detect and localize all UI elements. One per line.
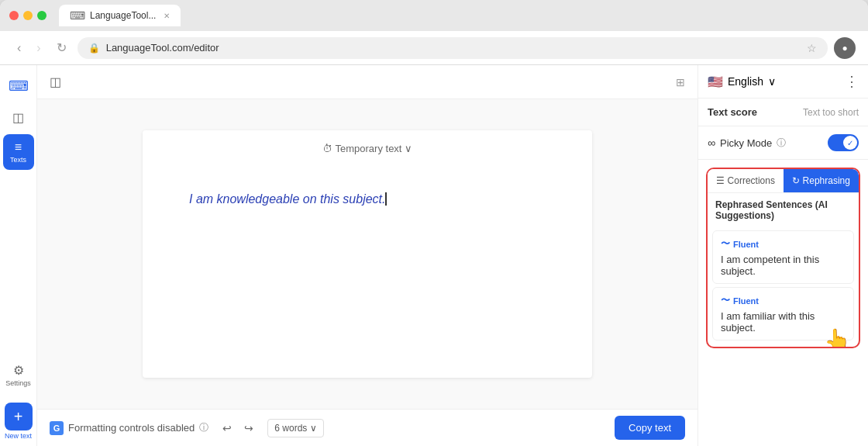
browser-window: ⌨ LanguageTool... ✕ ‹ › ↻ 🔒 LanguageTool… xyxy=(0,0,868,446)
picky-info-icon[interactable]: ⓘ xyxy=(777,137,786,150)
left-sidebar: ⌨ ◫ ≡ Texts ⚙ Settings + New text xyxy=(0,65,37,446)
active-tab[interactable]: ⌨ LanguageTool... ✕ xyxy=(59,5,181,26)
sidebar-item-settings[interactable]: ⚙ Settings xyxy=(3,357,34,393)
g-label: G xyxy=(53,424,60,433)
lt-logo: ⌨ xyxy=(2,71,35,101)
text-cursor xyxy=(385,192,387,206)
sidebar-toggle-button[interactable]: ◫ xyxy=(50,74,61,89)
tab-close-icon[interactable]: ✕ xyxy=(164,12,170,20)
fluent-wave-icon-1: 〜 xyxy=(721,237,730,251)
temp-text-button[interactable]: ⏱ Temporary text ∨ xyxy=(322,143,413,154)
settings-icon: ⚙ xyxy=(13,363,24,378)
language-selector[interactable]: 🇺🇸 English ∨ xyxy=(708,74,776,89)
title-bar: ⌨ LanguageTool... ✕ xyxy=(0,0,868,31)
back-button[interactable]: ‹ xyxy=(12,38,26,58)
rephrased-sentences-header: Rephrased Sentences (AI Suggestions) xyxy=(708,193,859,227)
new-text-label: New text xyxy=(5,432,32,440)
rephrasing-tabs: ☰ Corrections ↻ Rephrasing xyxy=(708,169,859,193)
editor-content[interactable]: I am knowledgeable on this subject. xyxy=(189,192,546,206)
flag-icon: 🇺🇸 xyxy=(708,74,723,89)
suggestion-text-1: I am competent in this subject. xyxy=(721,254,846,277)
minimize-button[interactable] xyxy=(23,11,33,20)
editor-toolbar: ◫ ⊞ xyxy=(37,65,698,99)
right-panel-spacer xyxy=(698,356,868,446)
grammarly-icon: G xyxy=(50,421,64,435)
expand-icon: ◫ xyxy=(12,110,24,125)
fluent-label-1: Fluent xyxy=(733,240,759,249)
address-bar[interactable]: 🔒 LanguageTool.com/editor ☆ xyxy=(78,37,828,59)
texts-icon: ≡ xyxy=(15,140,22,154)
cursor-hand-icon: 👆 xyxy=(824,327,851,348)
fluent-label-2: Fluent xyxy=(733,296,759,306)
language-label: English xyxy=(728,75,763,88)
editor-main: ⏱ Temporary text ∨ I am knowledgeable on… xyxy=(37,99,698,409)
sidebar-settings-label: Settings xyxy=(5,379,31,387)
rephrasing-label: Rephrasing xyxy=(803,175,850,186)
suggestion-tag-1: 〜 Fluent xyxy=(721,237,846,251)
chevron-down-icon: ∨ xyxy=(405,143,412,154)
word-count-chevron: ∨ xyxy=(310,423,317,434)
right-panel: 🇺🇸 English ∨ ⋮ Text score Text too short… xyxy=(698,65,868,446)
clock-icon: ⏱ xyxy=(322,143,332,154)
editor-document[interactable]: ⏱ Temporary text ∨ I am knowledgeable on… xyxy=(143,130,592,378)
formatting-disabled-label: Formatting controls disabled xyxy=(68,422,195,434)
rephrasing-panel: ☰ Corrections ↻ Rephrasing Rephrased Sen… xyxy=(706,168,860,348)
url-text: LanguageTool.com/editor xyxy=(106,42,801,54)
picky-mode-label-group: ∞ Picky Mode ⓘ xyxy=(708,137,786,150)
editor-text: I am knowledgeable on this subject. xyxy=(189,192,385,206)
word-count-select[interactable]: 6 words ∨ xyxy=(267,419,324,437)
tab-corrections[interactable]: ☰ Corrections xyxy=(708,169,784,192)
sidebar-item-texts[interactable]: ≡ Texts xyxy=(3,134,34,170)
temp-text-label: Temporary text xyxy=(336,143,402,154)
suggestion-tag-2: 〜 Fluent xyxy=(721,294,846,307)
tab-rephrasing[interactable]: ↻ Rephrasing xyxy=(784,169,859,192)
editor-bottom-bar: G Formatting controls disabled ⓘ ↩ ↪ 6 w… xyxy=(37,409,698,446)
tab-bar: ⌨ LanguageTool... ✕ xyxy=(59,5,181,26)
undo-redo-group: ↩ ↪ xyxy=(218,419,258,437)
tab-lt-icon: ⌨ xyxy=(70,9,85,22)
toggle-check-icon: ✓ xyxy=(847,139,853,147)
redo-button[interactable]: ↪ xyxy=(239,419,258,437)
word-count-label: 6 words xyxy=(274,423,307,434)
profile-icon-symbol: ● xyxy=(842,43,847,54)
fluent-wave-icon-2: 〜 xyxy=(721,294,730,307)
picky-mode-text: Picky Mode xyxy=(720,137,772,149)
corrections-icon: ☰ xyxy=(716,175,725,186)
formatting-disabled-notice: G Formatting controls disabled ⓘ xyxy=(50,421,208,435)
nav-bar: ‹ › ↻ 🔒 LanguageTool.com/editor ☆ ● xyxy=(0,31,868,65)
lock-icon: 🔒 xyxy=(88,43,100,54)
sidebar-item-expand[interactable]: ◫ xyxy=(3,104,34,131)
corrections-label: Corrections xyxy=(728,175,775,186)
close-button[interactable] xyxy=(9,11,19,20)
toggle-knob: ✓ xyxy=(843,136,857,150)
lang-chevron-icon: ∨ xyxy=(768,75,776,88)
formatting-info-icon[interactable]: ⓘ xyxy=(199,421,208,434)
undo-button[interactable]: ↩ xyxy=(218,419,236,437)
traffic-lights xyxy=(9,11,46,20)
text-score-label: Text score xyxy=(708,106,757,118)
more-options-button[interactable]: ⋮ xyxy=(845,73,859,90)
copy-text-button[interactable]: Copy text xyxy=(615,416,685,440)
suggestion-card-1[interactable]: 〜 Fluent I am competent in this subject. xyxy=(712,230,854,284)
forward-button[interactable]: › xyxy=(32,38,45,58)
bookmark-icon[interactable]: ☆ xyxy=(807,42,817,54)
rephrasing-icon: ↻ xyxy=(792,175,800,186)
text-too-short-label: Text too short xyxy=(803,107,859,118)
refresh-button[interactable]: ↻ xyxy=(52,37,71,58)
text-score-section: Text score Text too short xyxy=(698,99,868,126)
right-panel-header: 🇺🇸 English ∨ ⋮ xyxy=(698,65,868,99)
app-layout: ⌨ ◫ ≡ Texts ⚙ Settings + New text ◫ xyxy=(0,65,868,446)
editor-area: ◫ ⊞ ⏱ Temporary text ∨ I am knowledgeabl… xyxy=(37,65,698,446)
picky-mode-section: ∞ Picky Mode ⓘ ✓ xyxy=(698,126,868,160)
profile-avatar[interactable]: ● xyxy=(834,37,856,59)
layout-icon: ⊞ xyxy=(676,76,685,88)
picky-mode-icon: ∞ xyxy=(708,137,715,149)
new-text-button[interactable]: + xyxy=(5,403,33,430)
tab-label: LanguageTool... xyxy=(90,10,156,21)
sidebar-texts-label: Texts xyxy=(10,156,26,164)
new-text-plus-icon: + xyxy=(14,408,23,426)
maximize-button[interactable] xyxy=(37,11,46,20)
picky-mode-toggle[interactable]: ✓ xyxy=(828,134,859,151)
